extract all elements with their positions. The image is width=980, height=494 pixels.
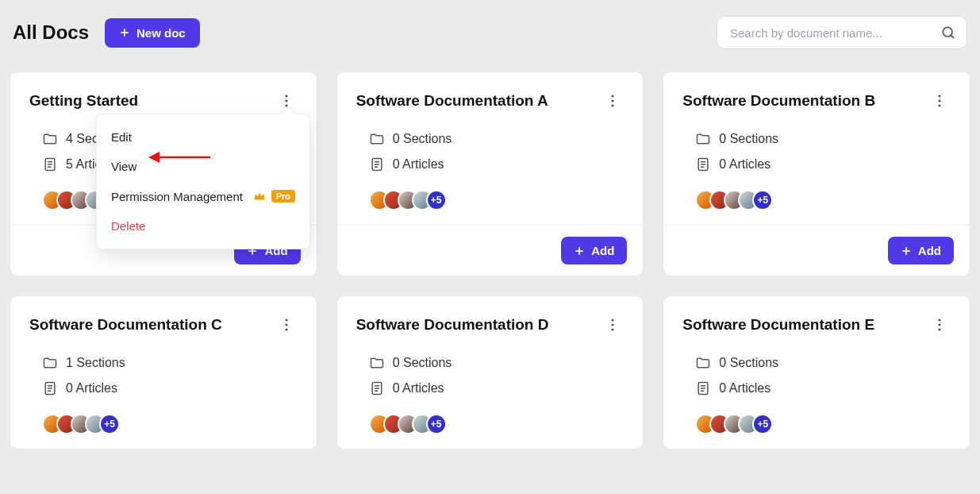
menu-label: Edit: [111, 130, 132, 144]
card-menu-button[interactable]: [928, 90, 951, 112]
card-menu-button[interactable]: [275, 314, 298, 336]
folder-icon: [695, 355, 711, 371]
folder-icon: [369, 355, 385, 371]
svg-point-21: [938, 318, 940, 321]
svg-point-6: [612, 99, 614, 102]
sections-stat: 0 Sections: [695, 131, 951, 147]
search-icon: [940, 25, 956, 41]
folder-icon: [42, 355, 58, 371]
avatar-group: +5: [682, 414, 951, 434]
sections-stat: 0 Sections: [369, 131, 625, 147]
card-menu-button[interactable]: [601, 314, 624, 336]
articles-label: 0 Articles: [719, 381, 771, 396]
dots-vertical-icon: [938, 95, 941, 107]
dots-vertical-icon: [285, 95, 288, 107]
menu-item-view[interactable]: View: [97, 152, 309, 181]
sections-label: 0 Sections: [719, 132, 778, 146]
avatar-more: +5: [752, 414, 773, 434]
svg-point-18: [612, 323, 614, 326]
articles-stat: 0 Articles: [369, 380, 625, 396]
search-input[interactable]: [717, 16, 967, 49]
card-title: Getting Started: [29, 92, 138, 110]
document-icon: [695, 380, 711, 396]
add-button[interactable]: Add: [888, 237, 954, 264]
articles-label: 0 Articles: [66, 381, 117, 396]
sections-stat: 1 Sections: [42, 355, 298, 371]
articles-stat: 0 Articles: [369, 156, 625, 172]
menu-item-delete[interactable]: Delete: [97, 211, 309, 241]
avatar-more: +5: [752, 190, 773, 210]
articles-label: 0 Articles: [393, 157, 444, 172]
new-doc-label: New doc: [136, 26, 186, 40]
folder-icon: [695, 131, 711, 147]
sections-stat: 0 Sections: [695, 355, 951, 371]
add-label: Add: [591, 244, 614, 257]
card-dropdown: Edit View Permission Management Pro Dele…: [96, 114, 310, 249]
avatar-more: +5: [99, 414, 120, 434]
svg-point-2: [285, 99, 287, 102]
svg-point-19: [612, 328, 614, 330]
sections-stat: 0 Sections: [369, 355, 625, 371]
doc-card: Software Documentation E 0 Sections 0 Ar…: [663, 295, 970, 450]
articles-stat: 0 Articles: [695, 156, 951, 172]
menu-label: Permission Management: [111, 190, 243, 203]
pro-badge: Pro: [271, 190, 295, 203]
svg-point-17: [612, 318, 614, 321]
folder-icon: [369, 131, 385, 147]
svg-point-9: [938, 95, 940, 97]
sections-label: 0 Sections: [393, 356, 452, 370]
menu-item-edit[interactable]: Edit: [97, 122, 309, 152]
menu-item-permission[interactable]: Permission Management Pro: [97, 181, 309, 211]
svg-point-10: [938, 99, 940, 102]
avatar-group: +5: [682, 190, 951, 210]
svg-point-1: [285, 95, 287, 97]
card-menu-button[interactable]: [601, 90, 624, 112]
svg-point-23: [938, 328, 940, 330]
doc-card: Getting Started 4 Sections 5 Articles: [10, 71, 317, 276]
svg-point-7: [612, 104, 614, 106]
card-title: Software Documentation A: [356, 92, 548, 110]
docs-grid: Getting Started 4 Sections 5 Articles: [10, 71, 970, 450]
avatar-more: +5: [426, 414, 447, 434]
document-icon: [42, 156, 58, 172]
card-title: Software Documentation B: [682, 92, 875, 110]
page-title: All Docs: [13, 21, 89, 44]
doc-card: Software Documentation A 0 Sections 0 Ar…: [336, 71, 644, 276]
sections-label: 0 Sections: [393, 132, 452, 146]
dots-vertical-icon: [938, 318, 941, 331]
dots-vertical-icon: [285, 318, 288, 331]
crown-icon: [252, 189, 267, 203]
page-header: All Docs New doc: [10, 16, 970, 49]
card-title: Software Documentation E: [682, 316, 874, 334]
articles-stat: 0 Articles: [695, 380, 951, 396]
document-icon: [369, 380, 385, 396]
plus-icon: [119, 27, 130, 38]
document-icon: [42, 380, 58, 396]
svg-point-15: [285, 328, 287, 330]
svg-point-22: [938, 323, 940, 326]
card-title: Software Documentation D: [356, 316, 549, 334]
menu-label: Delete: [111, 219, 145, 233]
add-label: Add: [918, 244, 941, 257]
svg-point-13: [285, 318, 287, 321]
search-container: [717, 16, 967, 49]
avatar-group: +5: [29, 414, 298, 434]
add-button[interactable]: Add: [561, 237, 627, 264]
plus-icon: [901, 245, 912, 257]
document-icon: [695, 156, 711, 172]
header-left: All Docs New doc: [13, 18, 200, 48]
folder-icon: [42, 131, 58, 147]
sections-label: 1 Sections: [66, 356, 125, 370]
new-doc-button[interactable]: New doc: [105, 18, 200, 48]
pro-badges: Pro: [252, 189, 295, 203]
sections-label: 0 Sections: [719, 356, 778, 370]
avatar-more: +5: [426, 190, 447, 210]
articles-label: 0 Articles: [393, 381, 444, 396]
card-menu-button[interactable]: [928, 314, 951, 336]
avatar-group: +5: [356, 190, 625, 210]
doc-card: Software Documentation D 0 Sections 0 Ar…: [336, 295, 644, 450]
articles-label: 0 Articles: [719, 157, 771, 172]
menu-label: View: [111, 160, 136, 173]
dots-vertical-icon: [611, 318, 614, 331]
document-icon: [369, 156, 385, 172]
